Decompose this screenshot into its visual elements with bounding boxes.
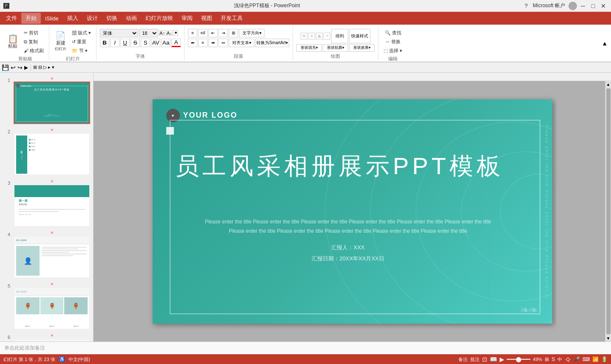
shape-triangle-button[interactable]: △ xyxy=(316,33,323,40)
menu-slideshow[interactable]: 幻灯片放映 xyxy=(141,13,177,24)
zh-cn-indicator[interactable]: 中 xyxy=(557,356,562,363)
underline-button[interactable]: U xyxy=(120,39,130,47)
decrease-indent-button[interactable]: ⇤ xyxy=(208,29,218,37)
menu-design[interactable]: 设计 xyxy=(82,13,102,24)
slide-image-4[interactable]: 员工人员介绍 👤 xyxy=(14,236,90,278)
shadow-button[interactable]: S xyxy=(141,39,150,47)
find-button[interactable]: 🔍 查找 xyxy=(383,29,403,37)
text-direction-button[interactable]: 文字方向▾ xyxy=(239,29,264,37)
accessibility-icon[interactable]: ♿ xyxy=(59,356,65,362)
avatar[interactable] xyxy=(568,2,577,10)
bullets-button[interactable]: ≡ xyxy=(188,29,197,37)
smartart-button[interactable]: 转换为SmartArt▾ xyxy=(255,39,289,47)
shape-arrow-button[interactable]: → xyxy=(324,33,330,40)
slide-image-1[interactable]: YOUR LOGO 员工风采相册展示PPT模板 汇报人：XXX 汇报日期：20X… xyxy=(14,82,90,124)
align-right-button[interactable]: ➡ xyxy=(208,39,218,47)
font-size-select[interactable]: 18 xyxy=(139,29,158,37)
menu-file[interactable]: 文件 xyxy=(2,13,21,24)
scroll-right[interactable]: ▲ ▼ xyxy=(605,81,611,341)
start-slideshow-button[interactable]: ▶ xyxy=(24,65,28,71)
quick-style-button[interactable]: 快速样式 xyxy=(349,29,370,43)
input-method-icon[interactable]: ·Q· xyxy=(565,357,571,362)
slide-image-5[interactable]: 员工人员介绍 🏺 🏺 🏺 描述文字 描述文字 描述文字 xyxy=(14,287,90,330)
copy-button[interactable]: ⧉ 复制 xyxy=(22,38,45,46)
qat-more[interactable]: ⊞ ⊟ ▷ ▸ ▾ xyxy=(33,65,54,70)
font-color-button[interactable]: A xyxy=(171,39,181,47)
menu-review[interactable]: 审阅 xyxy=(177,13,197,24)
slideshow-view-button[interactable]: ▶ xyxy=(500,356,504,363)
menu-insert[interactable]: 插入 xyxy=(63,13,82,24)
menu-transition[interactable]: 切换 xyxy=(102,13,122,24)
review-button[interactable]: 批注 xyxy=(470,356,480,363)
undo-button[interactable]: ↩ xyxy=(11,64,16,71)
minimize-button[interactable]: ─ xyxy=(579,2,587,10)
slide-thumb-3[interactable]: 3 ★ 第一章 采风内容 xyxy=(2,179,91,227)
reading-view-button[interactable]: 📖 xyxy=(490,356,497,363)
language-label[interactable]: 中文(中国) xyxy=(68,356,90,363)
menu-islide[interactable]: iSlide xyxy=(41,14,63,23)
shape-rect-button[interactable]: □ xyxy=(301,33,307,40)
new-slide-button[interactable]: 📄 新建 幻灯片 xyxy=(53,30,68,53)
keyboard-icon[interactable]: ⌨ xyxy=(583,356,590,362)
normal-view-button[interactable]: ⊡ xyxy=(482,356,487,363)
font-family-select[interactable]: 宋体 xyxy=(100,29,138,37)
menu-developer[interactable]: 开发工具 xyxy=(216,13,247,24)
maximize-button[interactable]: □ xyxy=(589,2,597,10)
increase-indent-button[interactable]: ⇥ xyxy=(219,29,228,37)
paste-button[interactable]: 📋 粘贴 xyxy=(5,33,20,51)
cut-button[interactable]: ✂ 剪切 xyxy=(22,29,45,37)
notes-placeholder[interactable]: 单击此处添加备注 xyxy=(4,344,45,352)
numbering-button[interactable]: ≡# xyxy=(198,29,207,37)
mic-icon[interactable]: 🎤 xyxy=(574,356,580,362)
shape-effect-button[interactable]: 形状效果▾ xyxy=(349,44,375,52)
replace-button[interactable]: ↔ 替换 xyxy=(384,38,402,46)
scroll-thumb[interactable] xyxy=(606,88,611,334)
description-area[interactable]: Please enter the title Please enter the … xyxy=(178,217,518,264)
section-button[interactable]: 📁 节 ▾ xyxy=(70,47,93,55)
shape-outline-button[interactable]: 形状轮廓▾ xyxy=(323,44,348,52)
comment-button[interactable]: 备注 xyxy=(458,356,468,363)
slide-thumb-6[interactable]: 6 ★ 员工人员介绍 📊 项目 xyxy=(2,333,91,341)
decrease-font-button[interactable]: A↓ xyxy=(166,30,173,36)
align-center-button[interactable]: ≡ xyxy=(198,39,207,47)
reset-button[interactable]: ↺ 重置 xyxy=(70,38,93,46)
redo-button[interactable]: ↪ xyxy=(17,64,23,71)
align-text-button[interactable]: 对齐文本▾ xyxy=(229,39,254,47)
col-button[interactable]: ⊞ xyxy=(229,29,238,37)
fit-button[interactable]: ⊞ xyxy=(545,356,549,362)
slide-thumb-1[interactable]: 1 ★ YOUR LOGO 员工风采相册展示PPT模板 xyxy=(2,76,91,124)
slide-thumb-2[interactable]: 2 ★ 目录 CONTENT xyxy=(2,127,91,175)
layout-button[interactable]: ▦ 版式 ▾ xyxy=(70,29,93,37)
notes-bar[interactable]: 单击此处添加备注 xyxy=(0,341,611,354)
strikethrough-button[interactable]: S xyxy=(131,39,140,47)
menu-home[interactable]: 开始 xyxy=(21,13,41,24)
collapse-button[interactable]: ▲ xyxy=(600,40,609,47)
main-slide-title[interactable]: 员工风采相册展示PPT模板 xyxy=(153,150,527,183)
font-case-button[interactable]: Aa xyxy=(161,39,171,47)
close-button[interactable]: ✕ xyxy=(599,2,608,10)
slide-image-3[interactable]: 第一章 采风内容 采风地点 · 时间 · 人物 xyxy=(14,184,90,227)
justify-button[interactable]: ⇔ xyxy=(219,39,228,47)
align-left-button[interactable]: ⬅ xyxy=(188,39,197,47)
slide-thumb-4[interactable]: 4 ★ 员工人员介绍 👤 xyxy=(2,230,91,278)
format-painter-button[interactable]: 🖌 格式刷 xyxy=(22,47,45,55)
save-qat-button[interactable]: 💾 xyxy=(2,64,9,71)
slide-image-6[interactable]: 员工人员介绍 📊 项目 📈 项目 xyxy=(14,339,90,341)
shape-circle-button[interactable]: ○ xyxy=(308,33,315,40)
arrange-button[interactable]: 排列 xyxy=(331,29,348,43)
slide-thumb-5[interactable]: 5 ★ 员工人员介绍 🏺 🏺 🏺 xyxy=(2,282,91,330)
clear-format-button[interactable]: ✦ xyxy=(173,30,178,36)
slide-canvas-wrap[interactable]: ● YOUR LOGO 员工风采相册展示PPT模板 xyxy=(148,81,557,341)
menu-view[interactable]: 视图 xyxy=(197,13,216,24)
help-button[interactable]: ? xyxy=(525,3,528,9)
increase-font-button[interactable]: A↑ xyxy=(159,30,165,36)
menu-animation[interactable]: 动画 xyxy=(122,13,141,24)
bold-button[interactable]: B xyxy=(100,39,109,47)
shape-fill-button[interactable]: 形状填充▾ xyxy=(296,44,322,52)
zoom-slider[interactable]: ━━━⬤━━━ xyxy=(507,356,530,362)
scroll-down-button[interactable]: ▼ xyxy=(605,335,611,341)
italic-button[interactable]: I xyxy=(110,39,119,47)
slide-image-2[interactable]: 目录 CONTENT 第一节 ········· xyxy=(14,133,90,175)
account-label[interactable]: Microsoft 帐户 xyxy=(533,2,565,9)
select-button[interactable]: ⬚ 选择 ▾ xyxy=(382,47,404,55)
